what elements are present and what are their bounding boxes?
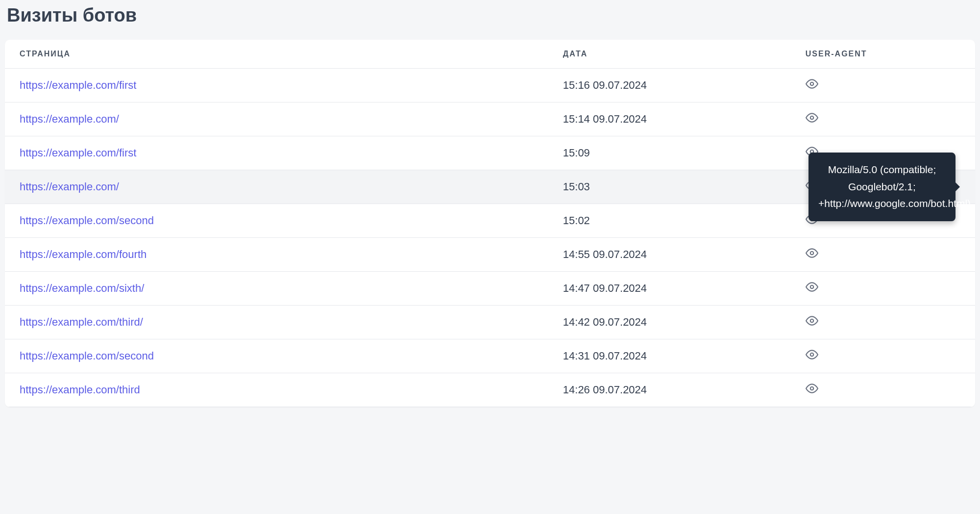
eye-icon[interactable] xyxy=(806,382,818,395)
page-link[interactable]: https://example.com/second xyxy=(20,214,154,227)
table-row: https://example.com/15:14 09.07.2024 xyxy=(5,103,975,136)
svg-point-6 xyxy=(810,285,814,289)
page-title: Визиты ботов xyxy=(5,5,975,26)
date-value: 14:47 09.07.2024 xyxy=(548,272,791,306)
page-link[interactable]: https://example.com/ xyxy=(20,180,119,193)
date-value: 15:09 xyxy=(548,136,791,170)
table-row: https://example.com/15:03Mozilla/5.0 (co… xyxy=(5,170,975,204)
user-agent-tooltip: Mozilla/5.0 (compatible; Googlebot/2.1; … xyxy=(808,153,956,221)
eye-icon[interactable] xyxy=(806,314,818,327)
table-row: https://example.com/third14:26 09.07.202… xyxy=(5,373,975,407)
svg-point-9 xyxy=(810,387,814,390)
column-header-user-agent: User-agent xyxy=(791,40,975,69)
svg-point-1 xyxy=(810,116,814,120)
page-link[interactable]: https://example.com/first xyxy=(20,147,136,159)
table-row: https://example.com/third/14:42 09.07.20… xyxy=(5,306,975,339)
table-row: https://example.com/first15:16 09.07.202… xyxy=(5,69,975,103)
table-row: https://example.com/sixth/14:47 09.07.20… xyxy=(5,272,975,306)
date-value: 14:26 09.07.2024 xyxy=(548,373,791,407)
svg-point-5 xyxy=(810,252,814,255)
page-link[interactable]: https://example.com/fourth xyxy=(20,248,147,260)
svg-point-0 xyxy=(810,82,814,86)
page-link[interactable]: https://example.com/second xyxy=(20,350,154,362)
table-row: https://example.com/second14:31 09.07.20… xyxy=(5,339,975,373)
date-value: 15:02 xyxy=(548,204,791,238)
date-value: 15:03 xyxy=(548,170,791,204)
bot-visits-table: Страница Дата User-agent https://example… xyxy=(5,40,975,407)
date-value: 14:31 09.07.2024 xyxy=(548,339,791,373)
eye-icon[interactable] xyxy=(806,111,818,124)
page-link[interactable]: https://example.com/third xyxy=(20,384,140,396)
table-row: https://example.com/fourth14:55 09.07.20… xyxy=(5,238,975,272)
column-header-date: Дата xyxy=(548,40,791,69)
eye-icon[interactable] xyxy=(806,77,818,90)
date-value: 15:14 09.07.2024 xyxy=(548,103,791,136)
date-value: 14:55 09.07.2024 xyxy=(548,238,791,272)
eye-icon[interactable] xyxy=(806,247,818,259)
date-value: 14:42 09.07.2024 xyxy=(548,306,791,339)
eye-icon[interactable] xyxy=(806,348,818,361)
page-link[interactable]: https://example.com/sixth/ xyxy=(20,282,144,294)
svg-point-7 xyxy=(810,319,814,323)
eye-icon[interactable] xyxy=(806,281,818,293)
date-value: 15:16 09.07.2024 xyxy=(548,69,791,103)
svg-point-8 xyxy=(810,353,814,357)
page-link[interactable]: https://example.com/ xyxy=(20,113,119,125)
column-header-page: Страница xyxy=(5,40,548,69)
page-link[interactable]: https://example.com/first xyxy=(20,79,136,91)
page-link[interactable]: https://example.com/third/ xyxy=(20,316,143,328)
